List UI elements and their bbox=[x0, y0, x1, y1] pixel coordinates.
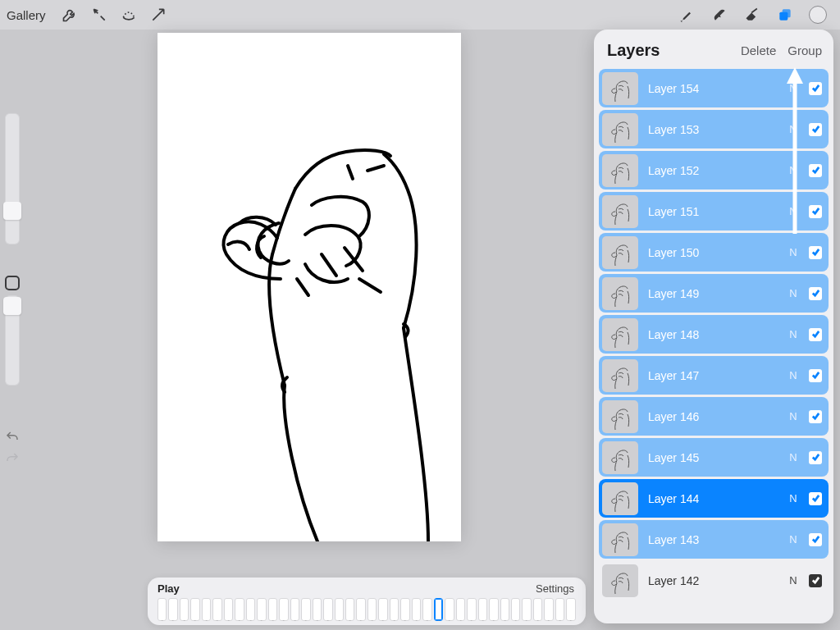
gallery-button[interactable]: Gallery bbox=[7, 8, 49, 22]
timeline-frame[interactable] bbox=[313, 598, 322, 621]
layer-row[interactable]: Layer 149 N bbox=[599, 274, 829, 313]
timeline-frame[interactable] bbox=[412, 598, 421, 621]
visibility-checkbox[interactable] bbox=[809, 82, 822, 95]
smudge-icon[interactable] bbox=[710, 6, 728, 24]
layer-row[interactable]: Layer 153 N bbox=[599, 110, 829, 148]
visibility-checkbox[interactable] bbox=[809, 164, 822, 177]
visibility-checkbox[interactable] bbox=[809, 246, 822, 259]
timeline-frame[interactable] bbox=[378, 598, 387, 621]
timeline-frame[interactable] bbox=[168, 598, 177, 621]
blend-mode-indicator[interactable]: N bbox=[788, 123, 799, 135]
blend-mode-indicator[interactable]: N bbox=[788, 82, 799, 94]
timeline-frame[interactable] bbox=[422, 598, 431, 621]
layer-row[interactable]: Layer 151 N bbox=[599, 192, 829, 231]
blend-mode-indicator[interactable]: N bbox=[788, 328, 799, 340]
timeline-frame[interactable] bbox=[544, 598, 553, 621]
layer-row[interactable]: Layer 143 N bbox=[599, 520, 829, 559]
play-button[interactable]: Play bbox=[158, 582, 180, 595]
visibility-checkbox[interactable] bbox=[809, 410, 822, 423]
timeline-frame[interactable] bbox=[533, 598, 542, 621]
timeline-frame[interactable] bbox=[268, 598, 277, 621]
timeline-frame[interactable] bbox=[500, 598, 509, 621]
layer-row[interactable]: Layer 146 N bbox=[599, 397, 829, 436]
canvas[interactable] bbox=[158, 33, 461, 541]
timeline-frame[interactable] bbox=[467, 598, 476, 621]
visibility-checkbox[interactable] bbox=[809, 451, 822, 464]
visibility-checkbox[interactable] bbox=[809, 369, 822, 382]
layer-row[interactable]: Layer 147 N bbox=[599, 356, 829, 395]
layer-row[interactable]: Layer 152 N bbox=[599, 151, 829, 189]
blend-mode-indicator[interactable]: N bbox=[788, 410, 799, 422]
layer-row[interactable]: Layer 145 N bbox=[599, 438, 829, 477]
timeline-frame[interactable] bbox=[445, 598, 454, 621]
slider-thumb[interactable] bbox=[3, 202, 21, 220]
timeline-frame[interactable] bbox=[368, 598, 377, 621]
blend-mode-indicator[interactable]: N bbox=[788, 451, 799, 463]
timeline-frame[interactable] bbox=[489, 598, 498, 621]
layer-row[interactable]: Layer 148 N bbox=[599, 315, 829, 354]
timeline-frame[interactable] bbox=[301, 598, 310, 621]
visibility-checkbox[interactable] bbox=[809, 574, 822, 587]
layers-icon[interactable] bbox=[776, 6, 794, 24]
layer-row[interactable]: Layer 154 N bbox=[599, 69, 829, 107]
visibility-checkbox[interactable] bbox=[809, 492, 822, 505]
blend-mode-indicator[interactable]: N bbox=[788, 205, 799, 217]
frame-strip[interactable] bbox=[158, 598, 576, 621]
timeline-frame[interactable] bbox=[456, 598, 465, 621]
timeline-frame[interactable] bbox=[511, 598, 520, 621]
timeline-frame[interactable] bbox=[290, 598, 299, 621]
visibility-checkbox[interactable] bbox=[809, 533, 822, 546]
timeline-frame[interactable] bbox=[257, 598, 266, 621]
timeline-frame[interactable] bbox=[190, 598, 199, 621]
color-swatch[interactable] bbox=[809, 6, 827, 24]
timeline-frame[interactable] bbox=[335, 598, 344, 621]
slider-thumb[interactable] bbox=[3, 297, 21, 315]
wrench-icon[interactable] bbox=[61, 6, 79, 24]
timeline-frame[interactable] bbox=[566, 598, 575, 621]
delete-button[interactable]: Delete bbox=[741, 43, 776, 57]
redo-button[interactable] bbox=[5, 451, 20, 466]
timeline-frame[interactable] bbox=[158, 598, 167, 621]
adjustments-icon[interactable] bbox=[90, 6, 108, 24]
undo-button[interactable] bbox=[5, 430, 20, 445]
timeline-frame[interactable] bbox=[390, 598, 399, 621]
visibility-checkbox[interactable] bbox=[809, 328, 822, 341]
blend-mode-indicator[interactable]: N bbox=[788, 369, 799, 381]
blend-mode-indicator[interactable]: N bbox=[788, 533, 799, 546]
timeline-frame[interactable] bbox=[356, 598, 365, 621]
timeline-frame[interactable] bbox=[279, 598, 288, 621]
timeline-frame[interactable] bbox=[246, 598, 255, 621]
blend-mode-indicator[interactable]: N bbox=[788, 492, 799, 504]
visibility-checkbox[interactable] bbox=[809, 123, 822, 136]
modify-button[interactable] bbox=[5, 276, 20, 290]
timeline-frame[interactable] bbox=[180, 598, 189, 621]
timeline-frame[interactable] bbox=[323, 598, 332, 621]
brush-icon[interactable] bbox=[678, 6, 696, 24]
blend-mode-indicator[interactable]: N bbox=[788, 287, 799, 299]
visibility-checkbox[interactable] bbox=[809, 205, 822, 218]
timeline-frame[interactable] bbox=[522, 598, 531, 621]
timeline-frame[interactable] bbox=[212, 598, 221, 621]
selection-icon[interactable] bbox=[120, 6, 138, 24]
layer-row[interactable]: Layer 142 N bbox=[599, 561, 829, 600]
blend-mode-indicator[interactable]: N bbox=[788, 574, 799, 587]
layer-row[interactable]: Layer 150 N bbox=[599, 233, 829, 272]
timeline-frame[interactable] bbox=[345, 598, 354, 621]
timeline-frame[interactable] bbox=[202, 598, 211, 621]
layer-row[interactable]: Layer 144 N bbox=[599, 479, 829, 518]
opacity-slider[interactable] bbox=[5, 295, 20, 386]
eraser-icon[interactable] bbox=[743, 6, 761, 24]
timeline-frame[interactable] bbox=[555, 598, 564, 621]
timeline-frame[interactable] bbox=[224, 598, 233, 621]
blend-mode-indicator[interactable]: N bbox=[788, 164, 799, 176]
visibility-checkbox[interactable] bbox=[809, 287, 822, 300]
timeline-frame[interactable] bbox=[478, 598, 487, 621]
timeline-frame[interactable] bbox=[235, 598, 244, 621]
brush-size-slider[interactable] bbox=[5, 113, 20, 244]
timeline-frame[interactable] bbox=[434, 598, 443, 621]
move-icon[interactable] bbox=[149, 6, 167, 24]
blend-mode-indicator[interactable]: N bbox=[788, 246, 799, 258]
timeline-settings-button[interactable]: Settings bbox=[536, 582, 576, 595]
group-button[interactable]: Group bbox=[788, 43, 822, 57]
timeline-frame[interactable] bbox=[400, 598, 409, 621]
